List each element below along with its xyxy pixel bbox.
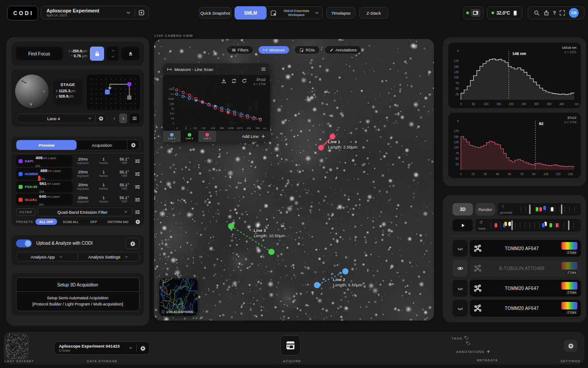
add-line-button[interactable]: Add Line [216, 134, 270, 139]
render-channel-item[interactable]: TOMM20 AF647 Z Data [470, 240, 581, 257]
annotations-control[interactable]: ANNOTATIONS [456, 349, 491, 354]
channel-sliders-icon[interactable] [135, 184, 140, 190]
laser-toggle-glua1[interactable]: GLUA1 640nm Laser0% [16, 194, 73, 205]
preset-all-off[interactable]: ALL OFF [35, 219, 58, 225]
frames-setting[interactable]: 1frames [93, 170, 114, 178]
setup-semi-automated-button[interactable]: Setup Semi-Automated Acquisition [Protoc… [16, 292, 139, 311]
timelapse-button[interactable]: Timelapse [326, 7, 356, 19]
tirf-setting[interactable]: 56.1°TIRF [114, 183, 135, 191]
render-channel-item[interactable]: TOMM20 AF647 Z Data [470, 300, 581, 317]
percentile-slider[interactable]: percentile [498, 203, 581, 215]
stage-trackball[interactable]: › ˅ [15, 74, 49, 108]
presets-gear-icon[interactable] [135, 219, 140, 224]
emission-filter-selector[interactable]: Quad-Band Emission Filter [38, 207, 132, 216]
line-tab-3[interactable]: Line 1 [198, 131, 216, 142]
exposure-setting[interactable]: 20msexposure [73, 170, 93, 178]
tirf-setting[interactable]: 56.1°TIRF [114, 170, 135, 178]
exposure-setting[interactable]: 20msexposure [73, 196, 93, 204]
slider-handle[interactable] [561, 204, 562, 214]
find-focus-button[interactable]: Find Focus [16, 47, 62, 60]
filter-sliders-icon[interactable] [135, 209, 140, 215]
quick-snapshot-button[interactable]: Quick Snapshot [199, 7, 232, 19]
chevron-up-icon[interactable] [110, 48, 116, 53]
search-icon[interactable] [534, 10, 540, 16]
upload-gear-button[interactable] [125, 238, 139, 249]
export-icon[interactable] [221, 78, 227, 84]
tirf-setting[interactable]: 56.1°TIRF [114, 157, 135, 165]
annotations-button[interactable]: Annotations [325, 46, 361, 54]
slider-handle[interactable] [529, 204, 530, 214]
refresh-icon[interactable] [231, 78, 237, 84]
tab-acquisition[interactable]: Acquisition [77, 140, 127, 150]
data-storage-selector[interactable]: Aploscope Experiment 041423 D:/Data/ [54, 341, 150, 355]
visibility-toggle[interactable] [453, 300, 468, 317]
acquire-button[interactable] [280, 335, 301, 356]
play-button[interactable] [453, 219, 473, 231]
render-button[interactable]: Render [476, 203, 495, 215]
z-colormap-swatch[interactable] [561, 302, 577, 309]
frame-slider[interactable]: frame [476, 219, 581, 231]
laser-toggle-psd95[interactable]: PSD-95 561nm Laser0% [16, 181, 73, 192]
chevron-down-icon[interactable] [314, 10, 320, 16]
slider-handle[interactable] [511, 220, 513, 230]
analysis-app-selector[interactable]: Analysis App [16, 254, 77, 259]
frame-marker-blue[interactable] [542, 223, 545, 227]
frame-marker-pink[interactable] [495, 223, 497, 227]
view-3d-button[interactable]: 3D [453, 203, 473, 215]
visibility-toggle[interactable] [453, 280, 468, 297]
temperature-widget[interactable]: 32.0°C [487, 6, 522, 20]
slider-handle[interactable] [568, 220, 569, 230]
channel-sliders-icon[interactable] [135, 197, 140, 203]
z-lock-button[interactable] [90, 47, 104, 61]
tirf-setting[interactable]: 56.1°TIRF [114, 196, 135, 204]
channel-sliders-icon[interactable] [135, 171, 140, 177]
lane-next-button[interactable] [119, 114, 127, 123]
gear-icon[interactable] [140, 345, 146, 351]
lane-selector[interactable]: Lane 4 [16, 114, 108, 123]
rois-button[interactable]: ROIs [295, 46, 319, 54]
frame-marker-yellow[interactable] [504, 222, 507, 226]
stage-minimap[interactable] [87, 74, 140, 110]
exposure-setting[interactable]: 20msexposure [73, 157, 93, 165]
measure-line-scan-panel[interactable]: Measure - Line Scan 37±12 n = 1704 10m1m… [163, 63, 270, 142]
histogram-card-2[interactable]: 37±12 n = 1704 255075100125150175#015304… [448, 113, 581, 178]
line-tab-2[interactable]: Line 1 [181, 131, 198, 142]
laser-toggle-homer[interactable]: HOMER 488nm Laser0% [16, 168, 73, 180]
laser-toggle-dapi[interactable]: DAPI 405nm Laser0% [16, 155, 73, 167]
frame-marker-green[interactable] [549, 223, 552, 227]
avatar[interactable]: CB [569, 8, 579, 18]
lane-menu-button[interactable] [130, 114, 139, 123]
frame-marker-pink[interactable] [556, 223, 558, 227]
lane-prev-button[interactable] [110, 114, 118, 123]
last-dataset-thumbnail[interactable] [5, 333, 28, 359]
frames-setting[interactable]: 1frames [93, 183, 114, 191]
eject-button[interactable] [121, 47, 139, 60]
tag-icon[interactable] [464, 336, 469, 341]
filters-button[interactable]: Filters [227, 46, 253, 54]
gear-icon[interactable] [98, 116, 104, 121]
localizations-thumbnail[interactable]: LOCALIZATIONS [159, 278, 197, 316]
zstack-button[interactable]: Z-Stack [359, 7, 388, 19]
render-channel-item[interactable]: B-TUBULIN ATTO488 Z Data [470, 260, 581, 277]
analysis-settings-selector[interactable]: Analysis Settings [78, 254, 139, 259]
fullscreen-icon[interactable] [559, 10, 565, 16]
z-colormap-swatch[interactable] [561, 242, 577, 250]
channels-gear-button[interactable] [128, 140, 139, 150]
frames-setting[interactable]: 1frames [93, 157, 114, 165]
exposure-setting[interactable]: 20msexposure [73, 183, 93, 191]
frame-marker-white[interactable] [508, 222, 511, 226]
tag-icon[interactable] [466, 341, 471, 346]
visibility-toggle[interactable] [453, 240, 468, 257]
camera-status-widget[interactable] [463, 6, 484, 20]
histogram-card-1[interactable]: 140±6 nm n = 1201 255075100125150175#050… [448, 43, 581, 108]
measure-panel-header[interactable]: Measure - Line Scan [163, 63, 270, 75]
z-colormap-swatch[interactable] [561, 282, 577, 290]
share-icon[interactable] [543, 10, 549, 16]
reset-icon[interactable] [241, 78, 247, 84]
help-icon[interactable]: ? [553, 10, 556, 16]
channel-marker-blue[interactable] [543, 206, 546, 210]
channel-marker-pink[interactable] [539, 207, 542, 211]
channel-marker-green[interactable] [536, 207, 538, 211]
preset-gfp[interactable]: GFP [84, 220, 103, 224]
preset-scan-all[interactable]: SCAN ALL [57, 220, 84, 224]
